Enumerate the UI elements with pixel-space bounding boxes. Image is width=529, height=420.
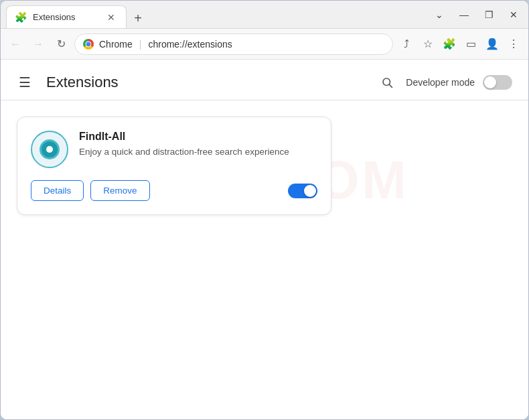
card-actions: Details Remove: [31, 180, 317, 201]
minimize-button[interactable]: —: [454, 7, 474, 23]
chrome-logo-icon: [83, 39, 94, 50]
extension-toggle[interactable]: [288, 184, 317, 198]
extension-name: FindIt-All: [79, 131, 317, 143]
share-icon[interactable]: ⤴: [397, 35, 416, 54]
details-button[interactable]: Details: [31, 180, 84, 201]
active-tab[interactable]: 🧩 Extensions ✕: [6, 5, 127, 28]
maximize-button[interactable]: ❐: [479, 7, 499, 23]
tab-title: Extensions: [33, 12, 76, 22]
tab-area: 🧩 Extensions ✕ +: [6, 1, 422, 28]
window-controls: ⌄ — ❐ ✕: [430, 7, 523, 23]
toggle-knob: [484, 76, 496, 88]
extensions-icon[interactable]: 🧩: [440, 35, 459, 54]
profile-button[interactable]: ⌄: [430, 7, 449, 23]
address-bar: ← → ↻ Chrome | chrome://extensions ⤴ ☆ 🧩…: [1, 29, 528, 60]
new-tab-button[interactable]: +: [128, 8, 148, 28]
toolbar-icons: ⤴ ☆ 🧩 ▭ 👤 ⋮: [397, 35, 523, 54]
extensions-body: 🔍 RISK.COM FindIt-All Enjoy a quick and …: [1, 100, 528, 231]
url-bar[interactable]: Chrome | chrome://extensions: [74, 33, 393, 55]
site-name: Chrome: [99, 39, 133, 50]
card-top: FindIt-All Enjoy a quick and distraction…: [31, 131, 317, 168]
extensions-header: ☰ Extensions Developer mode: [1, 60, 528, 100]
extension-card: FindIt-All Enjoy a quick and distraction…: [17, 117, 331, 215]
forward-button[interactable]: →: [29, 35, 48, 54]
url-text: chrome://extensions: [148, 39, 232, 50]
back-button[interactable]: ←: [6, 35, 25, 54]
tab-extension-icon: 🧩: [15, 11, 27, 23]
close-button[interactable]: ✕: [504, 7, 523, 23]
extension-icon-inner: [40, 139, 60, 159]
developer-mode-toggle[interactable]: [483, 75, 512, 90]
split-screen-icon[interactable]: ▭: [461, 35, 480, 54]
page-content: ☰ Extensions Developer mode 🔍: [1, 60, 528, 419]
developer-mode-label: Developer mode: [406, 77, 475, 88]
header-right: Developer mode: [376, 72, 512, 93]
page-title: Extensions: [46, 74, 119, 91]
bookmark-icon[interactable]: ☆: [419, 35, 437, 54]
extension-description: Enjoy a quick and distraction-free searc…: [79, 145, 317, 159]
more-options-icon[interactable]: ⋮: [504, 35, 523, 54]
url-divider: |: [139, 39, 142, 50]
title-bar: 🧩 Extensions ✕ + ⌄ — ❐ ✕: [1, 1, 528, 29]
refresh-button[interactable]: ↻: [52, 35, 70, 54]
extension-info: FindIt-All Enjoy a quick and distraction…: [79, 131, 317, 159]
remove-button[interactable]: Remove: [90, 180, 149, 201]
extension-toggle-knob: [304, 185, 316, 197]
tab-close-button[interactable]: ✕: [104, 11, 118, 24]
profile-icon[interactable]: 👤: [483, 35, 502, 54]
svg-line-1: [390, 84, 392, 87]
extension-icon: [31, 131, 68, 168]
search-button[interactable]: [376, 72, 398, 93]
hamburger-menu-button[interactable]: ☰: [14, 72, 35, 93]
browser-window: 🧩 Extensions ✕ + ⌄ — ❐ ✕ ← → ↻ Chrome | …: [0, 0, 529, 420]
